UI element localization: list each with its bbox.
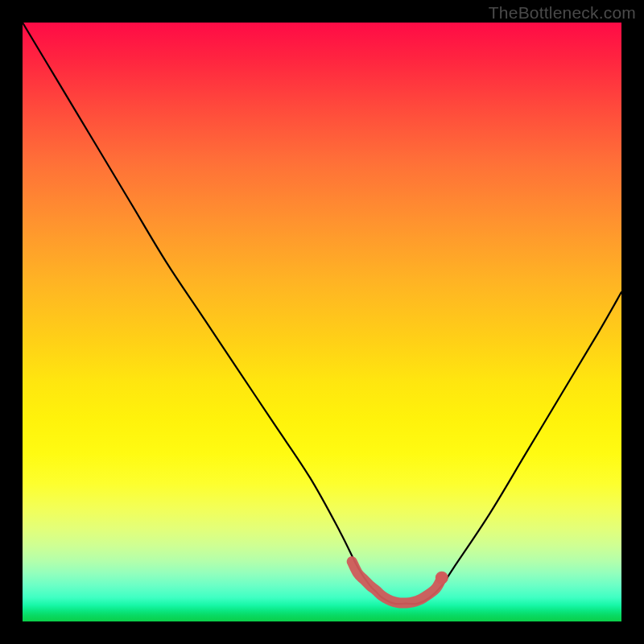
chart-frame: TheBottleneck.com <box>0 0 644 644</box>
chart-svg <box>23 23 621 621</box>
black-curve <box>23 23 621 604</box>
plot-area <box>23 23 621 621</box>
watermark-text: TheBottleneck.com <box>489 3 636 23</box>
red-dot-marker <box>436 572 448 584</box>
red-overlay-curve <box>352 562 442 603</box>
